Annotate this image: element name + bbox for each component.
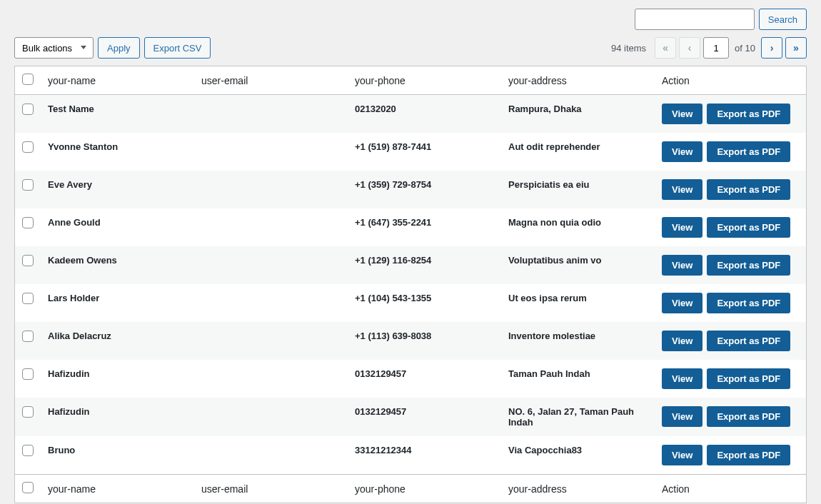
select-all-checkbox-footer[interactable]	[22, 482, 34, 493]
cell-name: Anne Gould	[41, 208, 194, 246]
column-header-address[interactable]: your-address	[501, 66, 655, 95]
export-pdf-button[interactable]: Export as PDF	[707, 104, 790, 124]
view-button[interactable]: View	[662, 141, 702, 162]
view-button[interactable]: View	[662, 255, 702, 276]
row-checkbox[interactable]	[22, 179, 34, 191]
column-footer-name[interactable]: your-name	[41, 475, 194, 503]
cell-address: Inventore molestiae	[501, 322, 655, 360]
table-row: Anne Gould+1 (647) 355-2241Magna non qui…	[15, 208, 807, 246]
table-row: Eve Avery+1 (359) 729-8754Perspiciatis e…	[15, 171, 807, 208]
table-row: Hafizudin0132129457NO. 6, Jalan 27, Tama…	[15, 398, 807, 436]
column-header-phone[interactable]: your-phone	[348, 66, 501, 95]
row-checkbox[interactable]	[22, 445, 34, 456]
export-pdf-button[interactable]: Export as PDF	[707, 445, 790, 465]
cell-email	[194, 133, 348, 171]
export-pdf-button[interactable]: Export as PDF	[707, 179, 790, 200]
cell-name: Kadeem Owens	[41, 246, 194, 284]
cell-email	[194, 246, 348, 284]
cell-actions: ViewExport as PDF	[655, 284, 807, 322]
row-checkbox[interactable]	[22, 368, 34, 380]
view-button[interactable]: View	[662, 331, 702, 351]
view-button[interactable]: View	[662, 179, 702, 200]
cell-phone: +1 (104) 543-1355	[348, 284, 501, 322]
table-row: Bruno33121212344Via Capocchia83ViewExpor…	[15, 436, 807, 475]
cell-address: Ut eos ipsa rerum	[501, 284, 655, 322]
cell-actions: ViewExport as PDF	[655, 95, 807, 133]
page-input[interactable]	[703, 37, 729, 59]
cell-phone: +1 (359) 729-8754	[348, 171, 501, 208]
column-header-email[interactable]: user-email	[194, 66, 348, 95]
cell-phone: 02132020	[348, 95, 501, 133]
export-pdf-button[interactable]: Export as PDF	[707, 255, 790, 276]
view-button[interactable]: View	[662, 217, 702, 238]
view-button[interactable]: View	[662, 406, 702, 427]
cell-name: Hafizudin	[41, 398, 194, 436]
view-button[interactable]: View	[662, 445, 702, 465]
search-input[interactable]	[635, 9, 755, 30]
cell-address: Aut odit reprehender	[501, 133, 655, 171]
table-row: Hafizudin0132129457Taman Pauh IndahViewE…	[15, 360, 807, 398]
view-button[interactable]: View	[662, 293, 702, 313]
cell-actions: ViewExport as PDF	[655, 436, 807, 475]
cell-name: Yvonne Stanton	[41, 133, 194, 171]
pagination-top: « ‹ of 10 › »	[655, 37, 807, 59]
export-pdf-button[interactable]: Export as PDF	[707, 406, 790, 427]
cell-email	[194, 95, 348, 133]
data-table: your-name user-email your-phone your-add…	[14, 66, 807, 503]
view-button[interactable]: View	[662, 104, 702, 124]
cell-email	[194, 398, 348, 436]
cell-actions: ViewExport as PDF	[655, 322, 807, 360]
cell-address: NO. 6, Jalan 27, Taman Pauh Indah	[501, 398, 655, 436]
column-header-name[interactable]: your-name	[41, 66, 194, 95]
cell-actions: ViewExport as PDF	[655, 208, 807, 246]
column-footer-action: Action	[655, 475, 807, 503]
table-row: Alika Delacruz+1 (113) 639-8038Inventore…	[15, 322, 807, 360]
row-checkbox[interactable]	[22, 217, 34, 228]
cell-email	[194, 360, 348, 398]
column-footer-phone[interactable]: your-phone	[348, 475, 501, 503]
cell-actions: ViewExport as PDF	[655, 246, 807, 284]
cell-address: Via Capocchia83	[501, 436, 655, 475]
cell-phone: +1 (129) 116-8254	[348, 246, 501, 284]
cell-address: Voluptatibus anim vo	[501, 246, 655, 284]
export-pdf-button[interactable]: Export as PDF	[707, 293, 790, 313]
cell-address: Perspiciatis ea eiu	[501, 171, 655, 208]
cell-actions: ViewExport as PDF	[655, 398, 807, 436]
row-checkbox[interactable]	[22, 406, 34, 418]
export-pdf-button[interactable]: Export as PDF	[707, 217, 790, 238]
prev-page-button: ‹	[679, 37, 700, 59]
cell-name: Test Name	[41, 95, 194, 133]
view-button[interactable]: View	[662, 368, 702, 389]
select-all-checkbox[interactable]	[22, 74, 34, 85]
search-button[interactable]: Search	[759, 9, 807, 30]
cell-email	[194, 171, 348, 208]
export-pdf-button[interactable]: Export as PDF	[707, 141, 790, 162]
cell-actions: ViewExport as PDF	[655, 360, 807, 398]
next-page-button[interactable]: ›	[761, 37, 782, 59]
export-pdf-button[interactable]: Export as PDF	[707, 368, 790, 389]
row-checkbox[interactable]	[22, 255, 34, 266]
cell-name: Hafizudin	[41, 360, 194, 398]
bulk-actions-select[interactable]: Bulk actions	[14, 37, 94, 59]
apply-button[interactable]: Apply	[98, 37, 140, 59]
export-csv-button[interactable]: Export CSV	[144, 37, 211, 59]
row-checkbox[interactable]	[22, 141, 34, 153]
column-footer-email[interactable]: user-email	[194, 475, 348, 503]
export-pdf-button[interactable]: Export as PDF	[707, 331, 790, 351]
cell-address: Taman Pauh Indah	[501, 360, 655, 398]
cell-phone: 33121212344	[348, 436, 501, 475]
column-footer-address[interactable]: your-address	[501, 475, 655, 503]
cell-address: Rampura, Dhaka	[501, 95, 655, 133]
table-row: Yvonne Stanton+1 (519) 878-7441Aut odit …	[15, 133, 807, 171]
table-row: Test Name02132020Rampura, DhakaViewExpor…	[15, 95, 807, 133]
row-checkbox[interactable]	[22, 293, 34, 304]
cell-phone: 0132129457	[348, 398, 501, 436]
row-checkbox[interactable]	[22, 331, 34, 342]
chevron-right-icon: ›	[770, 42, 774, 54]
items-count: 94 items	[611, 43, 646, 54]
chevron-left-icon: ‹	[688, 42, 692, 54]
cell-phone: +1 (519) 878-7441	[348, 133, 501, 171]
cell-email	[194, 208, 348, 246]
row-checkbox[interactable]	[22, 104, 34, 115]
last-page-button[interactable]: »	[785, 37, 807, 59]
